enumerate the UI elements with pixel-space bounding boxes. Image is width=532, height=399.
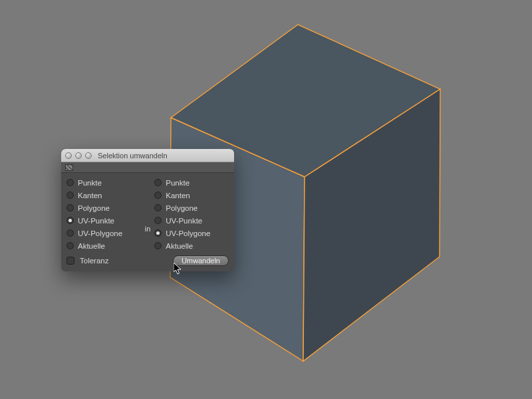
radio-target-punkte[interactable]: Punkte [154,177,229,188]
radio-source-polygone[interactable]: Polygone [66,202,141,213]
radio-label: UV-Polygone [166,229,210,237]
dialog-footer: Toleranz Umwandeln [66,255,229,266]
radio-icon [154,204,162,211]
radio-source-kanten[interactable]: Kanten [66,190,141,201]
radio-label: Kanten [78,192,102,200]
radio-icon [66,217,74,224]
radio-label: Punkte [166,179,190,187]
radio-icon [66,229,74,237]
radio-label: Aktuelle [78,242,105,250]
radio-target-kanten[interactable]: Kanten [154,190,229,201]
in-label: in [145,196,151,233]
convert-selection-dialog: Selektion umwandeln Punkte Kanten Polygo… [61,149,234,271]
radio-label: Polygone [78,204,110,212]
radio-label: UV-Punkte [78,217,114,225]
radio-source-punkte[interactable]: Punkte [66,177,141,188]
radio-icon [66,204,74,211]
radio-source-aktuelle[interactable]: Aktuelle [66,240,141,251]
radio-label: UV-Polygone [78,229,122,237]
dialog-title: Selektion umwandeln [98,152,168,160]
radio-source-uv-polygone[interactable]: UV-Polygone [66,227,141,239]
convert-button[interactable]: Umwandeln [173,255,229,266]
radio-icon [154,192,162,199]
radio-icon [66,192,74,199]
hatch-icon[interactable] [65,164,73,171]
radio-icon [154,217,162,224]
tolerance-checkbox[interactable] [66,257,74,265]
radio-label: UV-Punkte [166,217,202,225]
minimize-icon[interactable] [75,152,82,159]
close-icon[interactable] [65,152,72,159]
zoom-icon[interactable] [85,152,92,159]
radio-icon [154,229,162,237]
radio-label: Kanten [166,192,190,200]
target-column: Punkte Kanten Polygone UV-Punkte UV-Poly… [154,177,229,251]
radio-label: Polygone [166,204,198,212]
radio-target-uv-polygone[interactable]: UV-Polygone [154,227,229,239]
radio-target-uv-punkte[interactable]: UV-Punkte [154,215,229,226]
radio-label: Punkte [78,179,102,187]
radio-source-uv-punkte[interactable]: UV-Punkte [66,215,141,226]
radio-icon [154,179,162,186]
radio-target-polygone[interactable]: Polygone [154,202,229,213]
radio-icon [66,179,74,186]
dialog-content: Punkte Kanten Polygone UV-Punkte UV-Poly… [61,173,234,271]
radio-icon [66,242,74,249]
radio-label: Aktuelle [166,242,193,250]
tolerance-label: Toleranz [80,257,108,265]
source-column: Punkte Kanten Polygone UV-Punkte UV-Poly… [66,177,141,251]
dialog-titlebar[interactable]: Selektion umwandeln [61,149,234,162]
radio-target-aktuelle[interactable]: Aktuelle [154,240,229,251]
radio-icon [154,242,162,249]
dialog-toolbar [61,162,234,173]
window-controls [65,152,92,159]
